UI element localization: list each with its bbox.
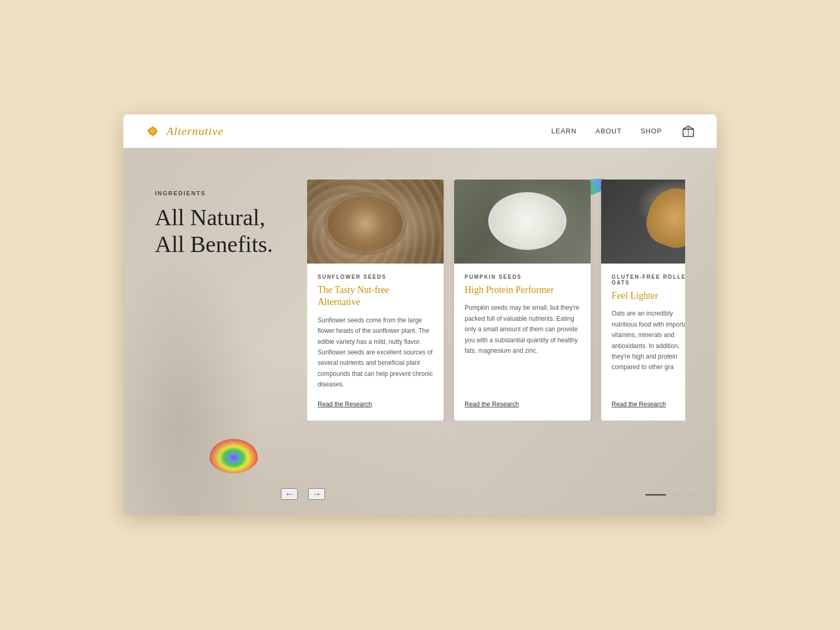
card-category-pumpkin: PUMPKIN SEEDS bbox=[465, 274, 580, 280]
nav-links: LEARN ABOUT SHOP bbox=[551, 124, 696, 139]
hero-section: INGREDIENTS All Natural, All Benefits. S… bbox=[123, 148, 717, 516]
prev-arrow-button[interactable]: ← bbox=[281, 488, 298, 500]
card-category-oats: GLUTEN-FREE ROLLED OATS bbox=[612, 274, 685, 286]
nav-shop[interactable]: SHOP bbox=[640, 127, 662, 135]
card-oats: GLUTEN-FREE ROLLED OATS Feel Lighter Oat… bbox=[601, 180, 685, 421]
card-desc-sunflower: Sunflower seeds come from the large flow… bbox=[318, 315, 433, 390]
nav-about[interactable]: ABOUT bbox=[595, 127, 622, 135]
hero-content: INGREDIENTS All Natural, All Benefits. S… bbox=[155, 180, 685, 421]
hero-title: All Natural, All Benefits. bbox=[155, 205, 286, 258]
card-sunflower: SUNFLOWER SEEDS The Tasty Nut-free Alter… bbox=[307, 180, 444, 421]
card-image-pumpkin bbox=[454, 180, 591, 264]
dot-2[interactable] bbox=[670, 494, 681, 496]
card-title-pumpkin: High Protein Performer bbox=[465, 284, 580, 296]
card-body-pumpkin: PUMPKIN SEEDS High Protein Performer Pum… bbox=[454, 264, 591, 421]
logo-text: Alternutive bbox=[166, 124, 224, 138]
card-pumpkin: PUMPKIN SEEDS High Protein Performer Pum… bbox=[454, 180, 591, 421]
card-link-oats[interactable]: Read the Research bbox=[612, 401, 685, 408]
cards-area: SUNFLOWER SEEDS The Tasty Nut-free Alter… bbox=[307, 180, 685, 421]
svg-point-2 bbox=[148, 129, 150, 131]
card-body-sunflower: SUNFLOWER SEEDS The Tasty Nut-free Alter… bbox=[307, 264, 444, 421]
card-image-sunflower bbox=[307, 180, 444, 264]
svg-point-1 bbox=[150, 129, 155, 134]
dot-3[interactable] bbox=[685, 494, 696, 496]
card-image-oats bbox=[601, 180, 685, 264]
logo-icon bbox=[144, 123, 161, 140]
cart-icon[interactable] bbox=[681, 124, 696, 139]
next-arrow-button[interactable]: → bbox=[308, 488, 325, 500]
card-title-oats: Feel Lighter bbox=[612, 290, 685, 302]
browser-window: Alternutive LEARN ABOUT SHOP bbox=[123, 114, 717, 516]
hero-text-block: INGREDIENTS All Natural, All Benefits. bbox=[155, 180, 286, 258]
nav-learn[interactable]: LEARN bbox=[551, 127, 576, 135]
navbar: Alternutive LEARN ABOUT SHOP bbox=[123, 114, 717, 148]
section-label: INGREDIENTS bbox=[155, 190, 286, 196]
card-body-oats: GLUTEN-FREE ROLLED OATS Feel Lighter Oat… bbox=[601, 264, 685, 421]
logo-area: Alternutive bbox=[144, 123, 224, 140]
card-category-sunflower: SUNFLOWER SEEDS bbox=[318, 274, 433, 280]
hero-title-line1: All Natural, bbox=[155, 205, 265, 230]
slider-dots bbox=[645, 494, 696, 496]
card-desc-pumpkin: Pumpkin seeds may be small, but they're … bbox=[465, 302, 580, 390]
hero-title-line2: All Benefits. bbox=[155, 232, 273, 257]
slider-nav-arrows: ← → bbox=[281, 488, 325, 500]
card-desc-oats: Oats are an incredibly nutritious food w… bbox=[612, 308, 685, 390]
dot-1[interactable] bbox=[645, 494, 666, 496]
card-link-pumpkin[interactable]: Read the Research bbox=[465, 401, 580, 408]
card-title-sunflower: The Tasty Nut-free Alternative bbox=[318, 284, 433, 309]
card-link-sunflower[interactable]: Read the Research bbox=[318, 401, 433, 408]
